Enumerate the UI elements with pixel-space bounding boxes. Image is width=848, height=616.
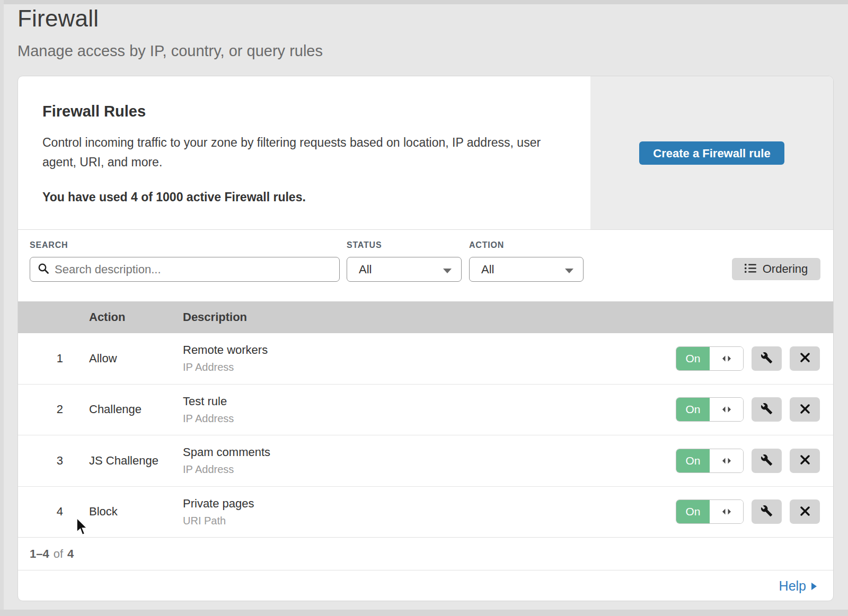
create-rule-panel: Create a Firewall rule xyxy=(590,76,833,229)
edit-rule-button[interactable] xyxy=(752,449,782,473)
status-select[interactable]: All xyxy=(347,257,462,282)
rule-description-cell: Private pages URI Path xyxy=(183,497,676,527)
rule-enabled-toggle[interactable]: On xyxy=(676,449,744,473)
rule-description-cell: Remote workers IP Address xyxy=(183,343,676,373)
card-footer: Help xyxy=(18,570,833,601)
rule-field: URI Path xyxy=(183,515,676,527)
rule-field: IP Address xyxy=(183,413,676,425)
rule-enabled-toggle[interactable]: On xyxy=(676,346,744,371)
edit-rule-button[interactable] xyxy=(752,499,782,524)
close-icon xyxy=(800,454,810,467)
search-box xyxy=(30,257,340,282)
rule-enabled-toggle[interactable]: On xyxy=(676,397,744,422)
rules-table-body: 1 Allow Remote workers IP Address On xyxy=(18,333,833,537)
toggle-on-label: On xyxy=(676,398,710,421)
rule-description-cell: Spam comments IP Address xyxy=(183,445,676,476)
rule-action: Allow xyxy=(89,352,183,365)
rule-description-cell: Test rule IP Address xyxy=(183,395,676,425)
search-icon xyxy=(38,263,49,276)
toggle-arrows-icon xyxy=(710,500,743,523)
table-row: 4 Block Private pages URI Path On xyxy=(18,486,833,538)
rules-usage-count: You have used 4 of 1000 active Firewall … xyxy=(42,190,564,204)
table-row: 3 JS Challenge Spam comments IP Address … xyxy=(18,435,833,486)
toggle-arrows-icon xyxy=(710,398,743,421)
status-select-value: All xyxy=(359,263,372,276)
rules-summary-section: Firewall Rules Control incoming traffic … xyxy=(18,76,833,230)
edit-rule-button[interactable] xyxy=(752,397,782,422)
rule-field: IP Address xyxy=(183,361,676,373)
close-icon xyxy=(800,506,810,518)
rules-info: Firewall Rules Control incoming traffic … xyxy=(18,76,564,204)
rule-enabled-toggle[interactable]: On xyxy=(676,499,744,524)
toggle-arrows-icon xyxy=(710,449,743,472)
rule-action: Block xyxy=(89,505,183,519)
firewall-page: Firewall Manage access by IP, country, o… xyxy=(0,0,848,616)
rule-controls: On xyxy=(676,346,820,371)
ordering-button[interactable]: Ordering xyxy=(732,258,820,280)
rule-controls: On xyxy=(676,449,820,473)
wrench-icon xyxy=(761,454,773,468)
action-select-value: All xyxy=(481,263,494,276)
rule-priority: 2 xyxy=(18,403,63,416)
pagination-range: 1–4 xyxy=(30,547,49,561)
action-column-header: Action xyxy=(89,310,183,324)
pagination-bar: 1–4 of 4 xyxy=(18,537,833,570)
help-link[interactable]: Help xyxy=(779,578,817,594)
rule-controls: On xyxy=(676,397,820,422)
rule-field: IP Address xyxy=(183,463,676,476)
table-row: 2 Challenge Test rule IP Address On xyxy=(18,384,833,435)
firewall-rules-card: Firewall Rules Control incoming traffic … xyxy=(17,76,834,601)
rule-description: Test rule xyxy=(183,395,676,408)
search-input[interactable] xyxy=(55,263,332,276)
wrench-icon xyxy=(761,403,773,416)
toggle-on-label: On xyxy=(676,347,710,370)
rule-action: Challenge xyxy=(89,403,183,416)
toggle-on-label: On xyxy=(676,500,710,523)
page-title: Firewall xyxy=(17,5,323,32)
rules-heading: Firewall Rules xyxy=(42,103,564,120)
rule-priority: 4 xyxy=(18,505,63,519)
search-label: SEARCH xyxy=(30,240,68,250)
table-row: 1 Allow Remote workers IP Address On xyxy=(18,333,833,384)
rule-controls: On xyxy=(676,499,820,524)
toggle-arrows-icon xyxy=(710,347,743,370)
rule-priority: 3 xyxy=(18,454,63,468)
delete-rule-button[interactable] xyxy=(790,499,820,524)
status-label: STATUS xyxy=(347,240,382,250)
edit-rule-button[interactable] xyxy=(752,346,782,371)
wrench-icon xyxy=(761,505,773,519)
window-left-edge xyxy=(0,0,4,616)
rule-action: JS Challenge xyxy=(89,454,183,468)
arrow-right-icon xyxy=(811,578,817,594)
page-subtitle: Manage access by IP, country, or query r… xyxy=(17,42,323,60)
chevron-down-icon xyxy=(443,263,452,276)
action-label: ACTION xyxy=(469,240,504,250)
close-icon xyxy=(800,352,810,364)
delete-rule-button[interactable] xyxy=(790,449,820,473)
filters-bar: SEARCH STATUS All ACTION All xyxy=(18,230,833,301)
toggle-on-label: On xyxy=(676,449,710,472)
pagination-total: 4 xyxy=(67,547,74,561)
delete-rule-button[interactable] xyxy=(790,397,820,422)
pagination-of: of xyxy=(54,547,63,561)
chevron-down-icon xyxy=(565,263,573,276)
ordering-button-label: Ordering xyxy=(763,262,808,276)
rule-description: Remote workers xyxy=(183,343,676,357)
wrench-icon xyxy=(761,352,773,365)
action-select[interactable]: All xyxy=(469,257,584,282)
page-header: Firewall Manage access by IP, country, o… xyxy=(17,5,323,60)
help-link-label: Help xyxy=(779,578,806,594)
close-icon xyxy=(800,404,810,416)
rule-description: Private pages xyxy=(183,497,676,511)
list-icon xyxy=(745,262,756,276)
description-column-header: Description xyxy=(183,310,833,324)
rule-priority: 1 xyxy=(18,352,63,365)
window-top-edge xyxy=(0,0,848,4)
create-firewall-rule-button[interactable]: Create a Firewall rule xyxy=(639,141,784,165)
rules-description: Control incoming traffic to your zone by… xyxy=(42,133,551,172)
window-bottom-edge xyxy=(0,610,848,616)
rule-description: Spam comments xyxy=(183,445,676,459)
table-header-row: Action Description xyxy=(18,301,833,333)
delete-rule-button[interactable] xyxy=(790,346,820,371)
